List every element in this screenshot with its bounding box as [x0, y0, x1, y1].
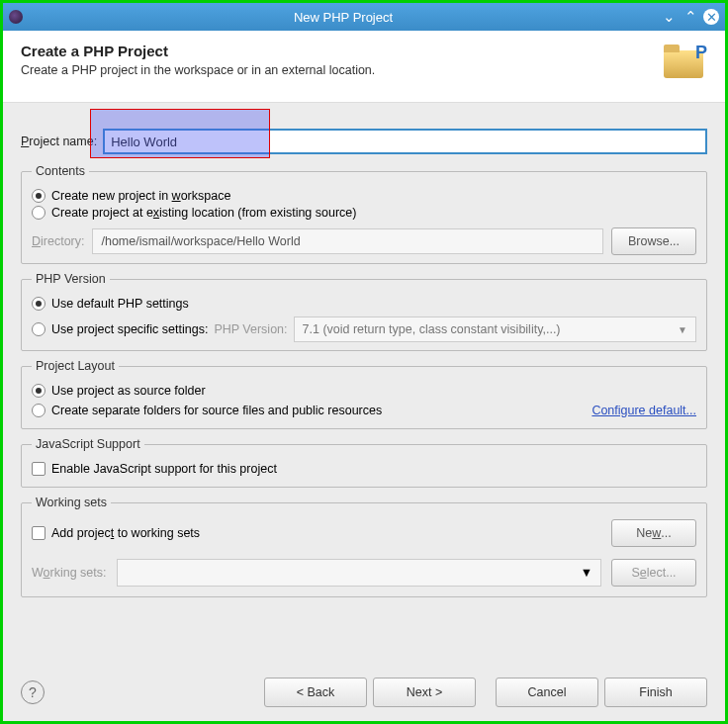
contents-opt-workspace[interactable]: Create new project in workspace — [32, 189, 696, 203]
wizard-footer: ? < Back Next > Cancel Finish — [3, 666, 725, 721]
titlebar: New PHP Project ⌄ ⌃ ✕ — [3, 3, 725, 31]
contents-group: Contents Create new project in workspace… — [21, 164, 707, 264]
project-name-input[interactable] — [103, 129, 707, 154]
contents-opt-existing[interactable]: Create project at existing location (fro… — [32, 206, 696, 220]
radio-icon — [32, 322, 46, 336]
checkbox-label: Enable JavaScript support for this proje… — [51, 462, 277, 476]
radio-icon — [32, 404, 46, 417]
phpver-dropdown[interactable]: 7.1 (void return type, class constant vi… — [294, 317, 696, 342]
phpver-opt-specific[interactable]: Use project specific settings: — [32, 322, 208, 336]
phpver-opt-default[interactable]: Use default PHP settings — [32, 297, 696, 311]
window-title: New PHP Project — [31, 10, 656, 25]
ws-new-button[interactable]: New... — [611, 519, 696, 547]
app-icon — [9, 10, 23, 24]
maximize-icon[interactable]: ⌃ — [682, 8, 699, 26]
browse-button[interactable]: Browse... — [611, 227, 696, 255]
radio-label: Use project specific settings: — [51, 322, 208, 336]
ws-select-button[interactable]: Select... — [611, 559, 696, 587]
radio-label: Create new project in workspace — [51, 189, 230, 203]
ws-legend: Working sets — [32, 496, 111, 509]
radio-label: Create project at existing location (fro… — [51, 206, 356, 220]
phpver-label: PHP Version: — [214, 322, 287, 336]
radio-label: Use project as source folder — [51, 384, 206, 398]
checkbox-icon — [32, 462, 46, 476]
chevron-down-icon: ▼ — [678, 324, 687, 335]
phpversion-legend: PHP Version — [32, 272, 110, 286]
layout-opt-source[interactable]: Use project as source folder — [32, 384, 696, 398]
ws-label: Working sets: — [32, 566, 107, 580]
cancel-button[interactable]: Cancel — [496, 678, 598, 707]
wizard-header: Create a PHP Project Create a PHP projec… — [3, 31, 725, 103]
next-button[interactable]: Next > — [373, 678, 476, 707]
layout-group: Project Layout Use project as source fol… — [21, 359, 707, 429]
directory-label: Directory: — [32, 234, 84, 248]
checkbox-icon — [32, 526, 46, 540]
radio-icon — [32, 384, 46, 398]
dropdown-value: 7.1 (void return type, class constant vi… — [303, 322, 561, 336]
page-subtitle: Create a PHP project in the workspace or… — [21, 63, 658, 77]
radio-icon — [32, 297, 46, 311]
minimize-icon[interactable]: ⌄ — [660, 8, 678, 26]
contents-legend: Contents — [32, 164, 89, 178]
chevron-down-icon: ▼ — [581, 566, 592, 580]
checkbox-label: Add project to working sets — [51, 526, 200, 540]
back-button[interactable]: < Back — [264, 678, 367, 707]
ws-dropdown[interactable]: ▼ — [117, 559, 602, 587]
project-name-label: Project name: — [21, 135, 97, 148]
help-icon[interactable]: ? — [21, 680, 45, 704]
php-folder-icon: P — [658, 43, 707, 84]
close-icon[interactable]: ✕ — [703, 9, 719, 25]
js-legend: JavaScript Support — [32, 437, 144, 451]
configure-default-link[interactable]: Configure default... — [592, 404, 696, 417]
radio-icon — [32, 189, 46, 203]
ws-add-check[interactable]: Add project to working sets — [32, 526, 200, 540]
js-group: JavaScript Support Enable JavaScript sup… — [21, 437, 707, 488]
directory-input — [92, 228, 603, 254]
layout-opt-separate[interactable]: Create separate folders for source files… — [32, 404, 382, 417]
finish-button[interactable]: Finish — [604, 678, 707, 707]
radio-label: Use default PHP settings — [51, 297, 189, 311]
workingsets-group: Working sets Add project to working sets… — [21, 496, 707, 597]
radio-icon — [32, 206, 46, 220]
phpversion-group: PHP Version Use default PHP settings Use… — [21, 272, 707, 351]
js-enable-check[interactable]: Enable JavaScript support for this proje… — [32, 462, 696, 476]
layout-legend: Project Layout — [32, 359, 119, 373]
radio-label: Create separate folders for source files… — [51, 404, 382, 417]
page-title: Create a PHP Project — [21, 43, 658, 59]
